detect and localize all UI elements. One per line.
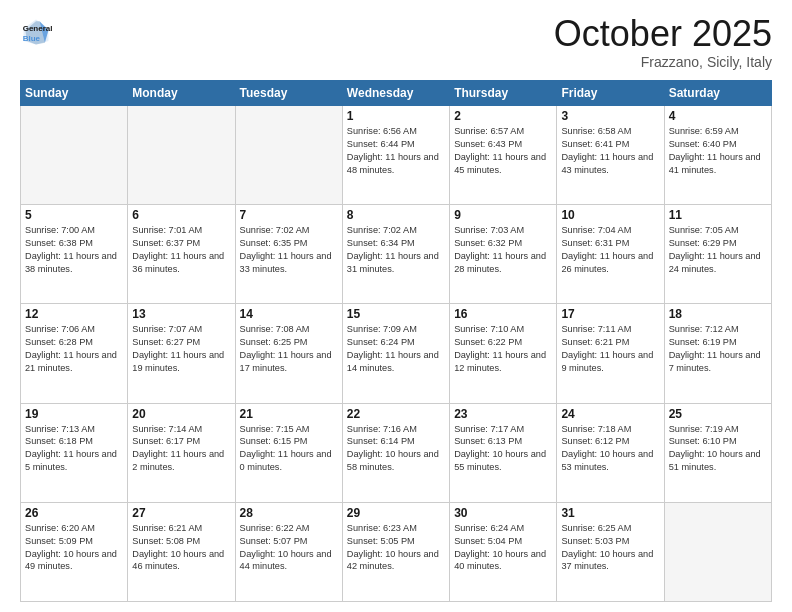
day-cell: 24Sunrise: 7:18 AMSunset: 6:12 PMDayligh… [557, 403, 664, 502]
day-info: Sunrise: 7:11 AMSunset: 6:21 PMDaylight:… [561, 323, 659, 375]
day-cell: 16Sunrise: 7:10 AMSunset: 6:22 PMDayligh… [450, 304, 557, 403]
day-info: Sunrise: 6:22 AMSunset: 5:07 PMDaylight:… [240, 522, 338, 574]
day-number: 9 [454, 208, 552, 222]
day-cell: 20Sunrise: 7:14 AMSunset: 6:17 PMDayligh… [128, 403, 235, 502]
day-info: Sunrise: 7:13 AMSunset: 6:18 PMDaylight:… [25, 423, 123, 475]
day-number: 24 [561, 407, 659, 421]
day-number: 18 [669, 307, 767, 321]
day-info: Sunrise: 7:04 AMSunset: 6:31 PMDaylight:… [561, 224, 659, 276]
logo: General Blue [20, 16, 52, 48]
day-number: 16 [454, 307, 552, 321]
day-cell: 25Sunrise: 7:19 AMSunset: 6:10 PMDayligh… [664, 403, 771, 502]
day-number: 3 [561, 109, 659, 123]
header-row: SundayMondayTuesdayWednesdayThursdayFrid… [21, 81, 772, 106]
day-cell: 19Sunrise: 7:13 AMSunset: 6:18 PMDayligh… [21, 403, 128, 502]
day-number: 15 [347, 307, 445, 321]
title-block: October 2025 Frazzano, Sicily, Italy [554, 16, 772, 70]
day-number: 21 [240, 407, 338, 421]
week-row-3: 19Sunrise: 7:13 AMSunset: 6:18 PMDayligh… [21, 403, 772, 502]
day-cell: 29Sunrise: 6:23 AMSunset: 5:05 PMDayligh… [342, 502, 449, 601]
day-cell: 18Sunrise: 7:12 AMSunset: 6:19 PMDayligh… [664, 304, 771, 403]
day-cell: 6Sunrise: 7:01 AMSunset: 6:37 PMDaylight… [128, 205, 235, 304]
day-cell: 13Sunrise: 7:07 AMSunset: 6:27 PMDayligh… [128, 304, 235, 403]
day-number: 26 [25, 506, 123, 520]
col-header-thursday: Thursday [450, 81, 557, 106]
day-info: Sunrise: 6:24 AMSunset: 5:04 PMDaylight:… [454, 522, 552, 574]
week-row-1: 5Sunrise: 7:00 AMSunset: 6:38 PMDaylight… [21, 205, 772, 304]
day-number: 25 [669, 407, 767, 421]
day-info: Sunrise: 7:06 AMSunset: 6:28 PMDaylight:… [25, 323, 123, 375]
svg-text:Blue: Blue [23, 34, 41, 43]
day-cell: 30Sunrise: 6:24 AMSunset: 5:04 PMDayligh… [450, 502, 557, 601]
col-header-tuesday: Tuesday [235, 81, 342, 106]
day-cell: 14Sunrise: 7:08 AMSunset: 6:25 PMDayligh… [235, 304, 342, 403]
day-info: Sunrise: 7:02 AMSunset: 6:34 PMDaylight:… [347, 224, 445, 276]
day-cell: 23Sunrise: 7:17 AMSunset: 6:13 PMDayligh… [450, 403, 557, 502]
day-info: Sunrise: 6:20 AMSunset: 5:09 PMDaylight:… [25, 522, 123, 574]
calendar-table: SundayMondayTuesdayWednesdayThursdayFrid… [20, 80, 772, 602]
day-cell [128, 106, 235, 205]
day-number: 11 [669, 208, 767, 222]
day-number: 28 [240, 506, 338, 520]
header: General Blue October 2025 Frazzano, Sici… [20, 16, 772, 70]
day-info: Sunrise: 6:56 AMSunset: 6:44 PMDaylight:… [347, 125, 445, 177]
day-number: 14 [240, 307, 338, 321]
col-header-saturday: Saturday [664, 81, 771, 106]
logo-icon: General Blue [20, 16, 52, 48]
day-info: Sunrise: 7:00 AMSunset: 6:38 PMDaylight:… [25, 224, 123, 276]
day-cell: 15Sunrise: 7:09 AMSunset: 6:24 PMDayligh… [342, 304, 449, 403]
day-number: 10 [561, 208, 659, 222]
day-number: 5 [25, 208, 123, 222]
day-cell: 4Sunrise: 6:59 AMSunset: 6:40 PMDaylight… [664, 106, 771, 205]
day-cell: 17Sunrise: 7:11 AMSunset: 6:21 PMDayligh… [557, 304, 664, 403]
day-cell: 31Sunrise: 6:25 AMSunset: 5:03 PMDayligh… [557, 502, 664, 601]
col-header-sunday: Sunday [21, 81, 128, 106]
day-cell: 11Sunrise: 7:05 AMSunset: 6:29 PMDayligh… [664, 205, 771, 304]
day-number: 19 [25, 407, 123, 421]
day-number: 17 [561, 307, 659, 321]
month-title: October 2025 [554, 16, 772, 52]
day-info: Sunrise: 7:12 AMSunset: 6:19 PMDaylight:… [669, 323, 767, 375]
day-cell: 7Sunrise: 7:02 AMSunset: 6:35 PMDaylight… [235, 205, 342, 304]
day-number: 4 [669, 109, 767, 123]
day-cell: 1Sunrise: 6:56 AMSunset: 6:44 PMDaylight… [342, 106, 449, 205]
day-cell: 21Sunrise: 7:15 AMSunset: 6:15 PMDayligh… [235, 403, 342, 502]
day-info: Sunrise: 7:10 AMSunset: 6:22 PMDaylight:… [454, 323, 552, 375]
day-info: Sunrise: 7:16 AMSunset: 6:14 PMDaylight:… [347, 423, 445, 475]
col-header-monday: Monday [128, 81, 235, 106]
day-number: 23 [454, 407, 552, 421]
day-info: Sunrise: 7:05 AMSunset: 6:29 PMDaylight:… [669, 224, 767, 276]
day-info: Sunrise: 7:03 AMSunset: 6:32 PMDaylight:… [454, 224, 552, 276]
day-info: Sunrise: 7:15 AMSunset: 6:15 PMDaylight:… [240, 423, 338, 475]
day-cell: 3Sunrise: 6:58 AMSunset: 6:41 PMDaylight… [557, 106, 664, 205]
col-header-wednesday: Wednesday [342, 81, 449, 106]
day-cell: 28Sunrise: 6:22 AMSunset: 5:07 PMDayligh… [235, 502, 342, 601]
day-cell: 2Sunrise: 6:57 AMSunset: 6:43 PMDaylight… [450, 106, 557, 205]
day-cell: 26Sunrise: 6:20 AMSunset: 5:09 PMDayligh… [21, 502, 128, 601]
day-info: Sunrise: 6:25 AMSunset: 5:03 PMDaylight:… [561, 522, 659, 574]
day-info: Sunrise: 7:07 AMSunset: 6:27 PMDaylight:… [132, 323, 230, 375]
day-number: 8 [347, 208, 445, 222]
page: General Blue October 2025 Frazzano, Sici… [0, 0, 792, 612]
day-cell: 5Sunrise: 7:00 AMSunset: 6:38 PMDaylight… [21, 205, 128, 304]
day-number: 6 [132, 208, 230, 222]
day-number: 30 [454, 506, 552, 520]
week-row-2: 12Sunrise: 7:06 AMSunset: 6:28 PMDayligh… [21, 304, 772, 403]
day-number: 2 [454, 109, 552, 123]
day-cell [21, 106, 128, 205]
day-info: Sunrise: 7:01 AMSunset: 6:37 PMDaylight:… [132, 224, 230, 276]
day-info: Sunrise: 6:23 AMSunset: 5:05 PMDaylight:… [347, 522, 445, 574]
day-number: 13 [132, 307, 230, 321]
day-cell [235, 106, 342, 205]
day-cell: 12Sunrise: 7:06 AMSunset: 6:28 PMDayligh… [21, 304, 128, 403]
day-info: Sunrise: 6:57 AMSunset: 6:43 PMDaylight:… [454, 125, 552, 177]
svg-text:General: General [23, 24, 52, 33]
day-number: 20 [132, 407, 230, 421]
day-info: Sunrise: 7:02 AMSunset: 6:35 PMDaylight:… [240, 224, 338, 276]
day-info: Sunrise: 6:58 AMSunset: 6:41 PMDaylight:… [561, 125, 659, 177]
day-info: Sunrise: 7:18 AMSunset: 6:12 PMDaylight:… [561, 423, 659, 475]
day-number: 27 [132, 506, 230, 520]
day-info: Sunrise: 7:14 AMSunset: 6:17 PMDaylight:… [132, 423, 230, 475]
day-cell: 8Sunrise: 7:02 AMSunset: 6:34 PMDaylight… [342, 205, 449, 304]
location: Frazzano, Sicily, Italy [554, 54, 772, 70]
